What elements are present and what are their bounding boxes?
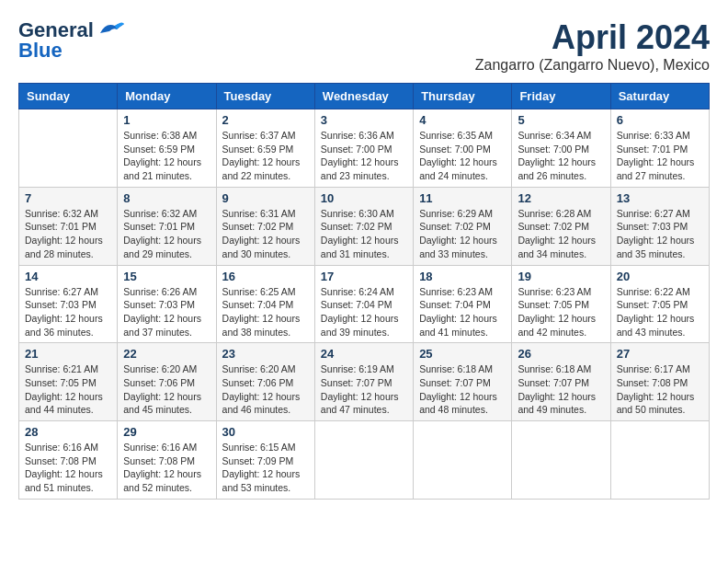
calendar-week-2: 7Sunrise: 6:32 AMSunset: 7:01 PMDaylight… — [19, 187, 710, 265]
day-info: Sunrise: 6:16 AMSunset: 7:08 PMDaylight:… — [25, 441, 111, 495]
day-number: 11 — [419, 191, 506, 205]
header-thursday: Thursday — [414, 84, 512, 109]
table-row: 25Sunrise: 6:18 AMSunset: 7:07 PMDayligh… — [414, 343, 512, 421]
table-row: 26Sunrise: 6:18 AMSunset: 7:07 PMDayligh… — [512, 343, 610, 421]
day-info: Sunrise: 6:24 AMSunset: 7:04 PMDaylight:… — [321, 285, 407, 339]
day-info: Sunrise: 6:20 AMSunset: 7:06 PMDaylight:… — [222, 362, 309, 417]
day-number: 8 — [123, 191, 210, 205]
table-row: 11Sunrise: 6:29 AMSunset: 7:02 PMDayligh… — [414, 187, 512, 265]
day-number: 21 — [25, 347, 111, 361]
day-info: Sunrise: 6:19 AMSunset: 7:07 PMDaylight:… — [321, 362, 407, 417]
table-row — [512, 421, 610, 500]
day-info: Sunrise: 6:18 AMSunset: 7:07 PMDaylight:… — [518, 362, 604, 417]
logo-blue: Blue — [18, 39, 63, 63]
day-info: Sunrise: 6:22 AMSunset: 7:05 PMDaylight:… — [617, 285, 703, 339]
day-number: 18 — [419, 270, 506, 283]
day-number: 5 — [518, 113, 604, 127]
table-row: 18Sunrise: 6:23 AMSunset: 7:04 PMDayligh… — [414, 265, 512, 343]
day-info: Sunrise: 6:31 AMSunset: 7:02 PMDaylight:… — [222, 207, 309, 261]
table-row — [19, 109, 118, 188]
day-number: 6 — [617, 113, 703, 127]
day-info: Sunrise: 6:27 AMSunset: 7:03 PMDaylight:… — [617, 207, 703, 261]
location-title: Zangarro (Zangarro Nuevo), Mexico — [475, 57, 710, 74]
table-row: 5Sunrise: 6:34 AMSunset: 7:00 PMDaylight… — [512, 109, 610, 188]
day-info: Sunrise: 6:21 AMSunset: 7:05 PMDaylight:… — [25, 362, 111, 417]
table-row: 10Sunrise: 6:30 AMSunset: 7:02 PMDayligh… — [314, 187, 413, 265]
day-number: 14 — [25, 270, 111, 283]
day-info: Sunrise: 6:32 AMSunset: 7:01 PMDaylight:… — [123, 207, 210, 261]
day-info: Sunrise: 6:25 AMSunset: 7:04 PMDaylight:… — [222, 285, 309, 339]
table-row: 12Sunrise: 6:28 AMSunset: 7:02 PMDayligh… — [512, 187, 610, 265]
day-number: 3 — [321, 113, 407, 127]
table-row: 30Sunrise: 6:15 AMSunset: 7:09 PMDayligh… — [216, 421, 314, 500]
day-number: 24 — [321, 347, 407, 361]
day-number: 26 — [518, 347, 604, 361]
day-number: 12 — [518, 191, 604, 205]
month-title: April 2024 — [475, 18, 710, 57]
table-row: 28Sunrise: 6:16 AMSunset: 7:08 PMDayligh… — [19, 421, 118, 500]
day-info: Sunrise: 6:16 AMSunset: 7:08 PMDaylight:… — [123, 441, 210, 495]
day-number: 27 — [617, 347, 703, 361]
table-row: 6Sunrise: 6:33 AMSunset: 7:01 PMDaylight… — [610, 109, 709, 188]
day-info: Sunrise: 6:27 AMSunset: 7:03 PMDaylight:… — [25, 285, 111, 339]
day-info: Sunrise: 6:23 AMSunset: 7:05 PMDaylight:… — [518, 285, 604, 339]
table-row — [314, 421, 413, 500]
day-info: Sunrise: 6:18 AMSunset: 7:07 PMDaylight:… — [419, 362, 506, 417]
day-number: 25 — [419, 347, 506, 361]
day-info: Sunrise: 6:23 AMSunset: 7:04 PMDaylight:… — [419, 285, 506, 339]
logo: General Blue — [18, 18, 126, 63]
day-number: 15 — [123, 270, 210, 283]
table-row: 15Sunrise: 6:26 AMSunset: 7:03 PMDayligh… — [118, 265, 216, 343]
header-sunday: Sunday — [19, 84, 118, 109]
day-info: Sunrise: 6:28 AMSunset: 7:02 PMDaylight:… — [518, 207, 604, 261]
day-number: 20 — [617, 270, 703, 283]
day-info: Sunrise: 6:20 AMSunset: 7:06 PMDaylight:… — [123, 362, 210, 417]
day-info: Sunrise: 6:29 AMSunset: 7:02 PMDaylight:… — [419, 207, 506, 261]
table-row: 3Sunrise: 6:36 AMSunset: 7:00 PMDaylight… — [314, 109, 413, 188]
day-info: Sunrise: 6:30 AMSunset: 7:02 PMDaylight:… — [321, 207, 407, 261]
day-number: 7 — [25, 191, 111, 205]
day-number: 10 — [321, 191, 407, 205]
day-info: Sunrise: 6:17 AMSunset: 7:08 PMDaylight:… — [617, 362, 703, 417]
table-row: 13Sunrise: 6:27 AMSunset: 7:03 PMDayligh… — [610, 187, 709, 265]
day-number: 16 — [222, 270, 309, 283]
logo-text-block: General Blue — [18, 18, 126, 63]
table-row: 1Sunrise: 6:38 AMSunset: 6:59 PMDaylight… — [118, 109, 216, 188]
logo-bird-icon — [97, 20, 126, 40]
day-number: 29 — [123, 425, 210, 439]
calendar-header-row: Sunday Monday Tuesday Wednesday Thursday… — [19, 84, 710, 109]
table-row — [414, 421, 512, 500]
day-info: Sunrise: 6:35 AMSunset: 7:00 PMDaylight:… — [419, 129, 506, 183]
table-row: 8Sunrise: 6:32 AMSunset: 7:01 PMDaylight… — [118, 187, 216, 265]
header-saturday: Saturday — [610, 84, 709, 109]
day-number: 17 — [321, 270, 407, 283]
calendar-week-1: 1Sunrise: 6:38 AMSunset: 6:59 PMDaylight… — [19, 109, 710, 188]
day-info: Sunrise: 6:15 AMSunset: 7:09 PMDaylight:… — [222, 441, 309, 495]
table-row: 21Sunrise: 6:21 AMSunset: 7:05 PMDayligh… — [19, 343, 118, 421]
day-info: Sunrise: 6:34 AMSunset: 7:00 PMDaylight:… — [518, 129, 604, 183]
title-block: April 2024 Zangarro (Zangarro Nuevo), Me… — [475, 18, 710, 74]
table-row — [610, 421, 709, 500]
table-row: 27Sunrise: 6:17 AMSunset: 7:08 PMDayligh… — [610, 343, 709, 421]
table-row: 22Sunrise: 6:20 AMSunset: 7:06 PMDayligh… — [118, 343, 216, 421]
day-info: Sunrise: 6:33 AMSunset: 7:01 PMDaylight:… — [617, 129, 703, 183]
calendar-table: Sunday Monday Tuesday Wednesday Thursday… — [18, 83, 710, 500]
day-number: 2 — [222, 113, 309, 127]
table-row: 29Sunrise: 6:16 AMSunset: 7:08 PMDayligh… — [118, 421, 216, 500]
table-row: 7Sunrise: 6:32 AMSunset: 7:01 PMDaylight… — [19, 187, 118, 265]
day-info: Sunrise: 6:36 AMSunset: 7:00 PMDaylight:… — [321, 129, 407, 183]
page-header: General Blue April 2024 Zangarro (Zangar… — [18, 18, 710, 74]
calendar-week-3: 14Sunrise: 6:27 AMSunset: 7:03 PMDayligh… — [19, 265, 710, 343]
day-number: 19 — [518, 270, 604, 283]
day-info: Sunrise: 6:32 AMSunset: 7:01 PMDaylight:… — [25, 207, 111, 261]
header-monday: Monday — [118, 84, 216, 109]
day-number: 30 — [222, 425, 309, 439]
day-number: 9 — [222, 191, 309, 205]
day-number: 22 — [123, 347, 210, 361]
day-number: 23 — [222, 347, 309, 361]
table-row: 19Sunrise: 6:23 AMSunset: 7:05 PMDayligh… — [512, 265, 610, 343]
header-tuesday: Tuesday — [216, 84, 314, 109]
day-number: 4 — [419, 113, 506, 127]
header-wednesday: Wednesday — [314, 84, 413, 109]
table-row: 17Sunrise: 6:24 AMSunset: 7:04 PMDayligh… — [314, 265, 413, 343]
